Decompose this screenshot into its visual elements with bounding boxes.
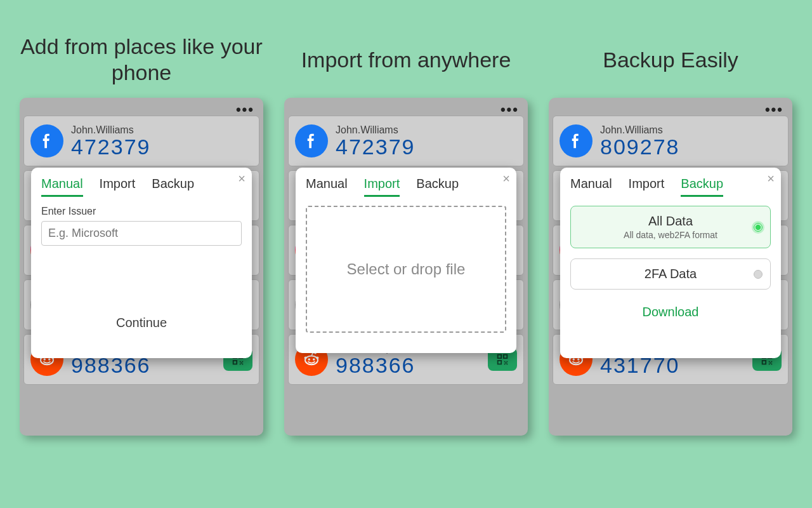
tab-import[interactable]: Import bbox=[364, 177, 400, 197]
option-sub: All data, web2FA format bbox=[580, 230, 761, 240]
tab-backup[interactable]: Backup bbox=[152, 177, 194, 197]
radio-icon bbox=[754, 223, 763, 232]
close-icon[interactable]: × bbox=[238, 171, 246, 186]
option-title: 2FA Data bbox=[580, 267, 761, 281]
column-manual: Add from places like your phone ••• John… bbox=[18, 22, 265, 508]
more-icon[interactable]: ••• bbox=[765, 103, 783, 117]
close-icon[interactable]: × bbox=[767, 171, 775, 186]
tab-backup[interactable]: Backup bbox=[416, 177, 459, 197]
radio-icon bbox=[754, 270, 763, 279]
svg-point-10 bbox=[316, 357, 318, 359]
tab-import[interactable]: Import bbox=[100, 177, 136, 197]
modal-tabs: Manual Import Backup bbox=[306, 177, 506, 197]
phone-mock-1: ••• John.Williams 472379 bbox=[20, 98, 263, 436]
account-text: John.Williams 472379 bbox=[71, 124, 150, 157]
tab-import[interactable]: Import bbox=[629, 177, 665, 197]
tab-manual[interactable]: Manual bbox=[570, 177, 612, 197]
column-import: Import from anywhere ••• John.Williams 4… bbox=[282, 22, 530, 508]
issuer-input[interactable] bbox=[41, 221, 242, 246]
facebook-icon bbox=[30, 124, 63, 157]
svg-point-6 bbox=[308, 358, 311, 361]
svg-point-12 bbox=[573, 358, 575, 361]
backup-option-2fa[interactable]: 2FA Data bbox=[570, 258, 771, 290]
facebook-icon bbox=[295, 124, 328, 157]
facebook-icon bbox=[560, 124, 593, 157]
tab-manual[interactable]: Manual bbox=[41, 177, 83, 197]
account-row-facebook[interactable]: John.Williams 472379 bbox=[23, 116, 259, 166]
modal-manual: × Manual Import Backup Enter Issuer Cont… bbox=[31, 168, 252, 358]
modal-import: × Manual Import Backup Select or drop fi… bbox=[296, 168, 516, 353]
heading-manual: Add from places like your phone bbox=[18, 22, 265, 98]
more-icon[interactable]: ••• bbox=[236, 103, 254, 117]
file-dropzone[interactable]: Select or drop file bbox=[306, 206, 506, 333]
account-code: 988366 bbox=[336, 354, 415, 376]
heading-import: Import from anywhere bbox=[301, 22, 511, 98]
account-row-facebook[interactable]: John.Williams 809278 bbox=[553, 116, 789, 166]
svg-point-9 bbox=[304, 357, 307, 359]
backup-option-all[interactable]: All Data All data, web2FA format bbox=[570, 206, 771, 248]
modal-backup: × Manual Import Backup All Data All data… bbox=[560, 168, 781, 358]
modal-tabs: Manual Import Backup bbox=[41, 177, 242, 197]
account-row-facebook[interactable]: John.Williams 472379 bbox=[288, 116, 524, 166]
download-button[interactable]: Download bbox=[570, 305, 771, 319]
continue-button[interactable]: Continue bbox=[41, 316, 242, 330]
option-title: All Data bbox=[580, 214, 761, 229]
issuer-label: Enter Issuer bbox=[41, 206, 242, 217]
tab-backup[interactable]: Backup bbox=[681, 177, 723, 197]
phone-mock-2: ••• John.Williams 472379 bbox=[284, 98, 528, 436]
svg-point-0 bbox=[44, 358, 46, 361]
svg-point-1 bbox=[48, 358, 51, 361]
account-code: 809278 bbox=[600, 136, 679, 157]
svg-point-7 bbox=[313, 358, 315, 361]
modal-tabs: Manual Import Backup bbox=[570, 177, 771, 197]
svg-point-13 bbox=[577, 358, 580, 361]
heading-backup: Backup Easily bbox=[603, 22, 738, 98]
more-icon[interactable]: ••• bbox=[501, 103, 519, 117]
account-code: 472379 bbox=[71, 136, 150, 157]
tab-manual[interactable]: Manual bbox=[306, 177, 348, 197]
phone-mock-3: ••• John.Williams 809278 bbox=[549, 98, 792, 436]
column-backup: Backup Easily ••• John.Williams 809278 bbox=[547, 22, 794, 508]
close-icon[interactable]: × bbox=[502, 171, 510, 186]
account-code: 472379 bbox=[336, 136, 415, 157]
